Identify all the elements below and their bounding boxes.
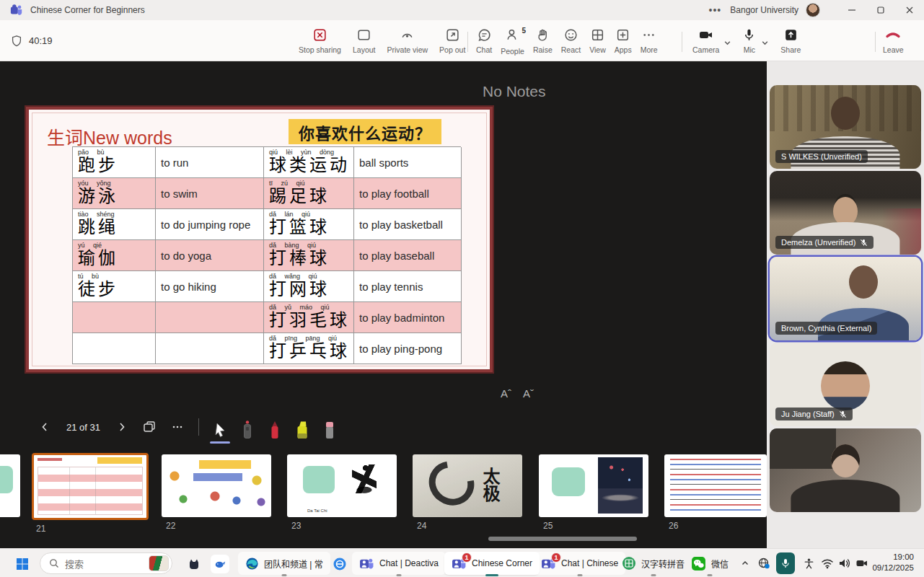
clock-time: 19:00	[872, 552, 914, 563]
participant-name-label: Ju Jiang (Staff)	[775, 408, 853, 420]
leave-call-icon	[884, 27, 902, 43]
account-name: Bangor University	[730, 5, 798, 15]
tray-network-globe-icon[interactable]	[756, 556, 772, 571]
video-tile-active-speaker[interactable]: Brown, Cynthia (External)	[770, 257, 921, 340]
raise-hand-icon	[535, 27, 550, 43]
leave-button[interactable]: Leave	[883, 25, 904, 54]
table-cell: to play basketball	[354, 209, 462, 240]
tray-wifi-icon[interactable]	[819, 556, 835, 571]
slide-grid-button[interactable]	[135, 414, 164, 440]
view-button[interactable]: View	[589, 25, 606, 56]
minimize-button[interactable]	[837, 0, 866, 20]
mini-ink-circle	[421, 454, 483, 514]
thumbnail-slide-22[interactable]: 22	[162, 454, 271, 531]
taskbar-search-box[interactable]: 搜索	[40, 552, 172, 574]
camera-button[interactable]: Camera	[692, 25, 719, 54]
previous-slide-button[interactable]	[32, 414, 58, 440]
webcam-video	[831, 97, 860, 130]
share-button[interactable]: Share	[780, 25, 801, 54]
table-cell: pǎo bù跑步	[73, 147, 156, 178]
thumbnail-slide-25[interactable]: 25	[539, 454, 648, 531]
mic-muted-icon	[839, 410, 847, 418]
slides-grid-icon	[142, 420, 157, 434]
vocabulary-table: pǎo bù跑步 to run qiú lèi yùn dòng球类运动 bal…	[72, 146, 461, 364]
taskbar-window-teams-chat2[interactable]: 1 Chat | Chinese	[534, 552, 625, 575]
font-decrease-button[interactable]: Aˇ	[523, 387, 534, 400]
video-tile-camera-off[interactable]: Ju Jiang (Staff)	[770, 343, 921, 426]
mini-night-photo	[598, 457, 643, 514]
pointer-tool[interactable]	[206, 414, 234, 440]
next-slide-button[interactable]	[109, 414, 135, 440]
filmstrip-scrollbar[interactable]	[488, 537, 637, 541]
presenter-more-button[interactable]	[164, 414, 191, 440]
eraser-tool[interactable]	[316, 414, 343, 440]
start-button[interactable]	[13, 555, 32, 573]
highlighter-tool[interactable]	[289, 414, 316, 440]
table-cell: to play tennis	[354, 271, 462, 302]
taskbar-window-pinyin-tool[interactable]: 汉字转拼音	[615, 552, 692, 575]
edge-browser-icon	[245, 557, 259, 571]
taskbar-window-wechat[interactable]: 微信	[684, 552, 736, 575]
apps-button[interactable]: Apps	[615, 25, 632, 56]
tray-volume-icon[interactable]	[837, 556, 853, 571]
ellipsis-icon	[171, 420, 184, 433]
mini-taiji-label: 太极	[482, 467, 498, 502]
account-avatar[interactable]	[806, 3, 820, 17]
thumbnail-slide-26[interactable]: 26	[664, 454, 767, 531]
meeting-timer: 40:19	[29, 35, 53, 46]
laser-pointer-tool[interactable]	[234, 414, 261, 440]
mini-text-lines	[670, 459, 761, 513]
red-pen-tool[interactable]	[261, 414, 289, 440]
table-cell: dǎ pīng pāng qiú打乒乓球	[264, 333, 354, 364]
pop-out-button[interactable]: Pop out	[439, 25, 465, 54]
thumbnail-number: 24	[417, 521, 522, 531]
titlebar-more-icon[interactable]: •••	[709, 4, 722, 16]
tray-camera-icon[interactable]	[854, 556, 870, 571]
mic-icon	[742, 27, 757, 43]
taskbar-window-teams-chat1[interactable]: Chat | Deactiva	[352, 552, 446, 575]
browser-e-app-icon[interactable]	[330, 555, 349, 573]
thumbnail-slide-20[interactable]	[0, 454, 20, 517]
video-tile[interactable]: Demelza (Unverified)	[770, 171, 921, 255]
thumbnail-slide-23[interactable]: Da Tai Chi 23	[287, 454, 397, 531]
teams-icon	[359, 556, 374, 571]
raise-hand-button[interactable]: Raise	[533, 25, 553, 56]
search-highlights-widget[interactable]	[149, 555, 169, 571]
maximize-button[interactable]	[866, 0, 895, 20]
stop-sharing-icon	[312, 27, 327, 43]
react-button[interactable]: React	[561, 25, 581, 56]
layout-button[interactable]: Layout	[353, 25, 376, 54]
thumbnail-slide-24[interactable]: 太极 24	[413, 454, 522, 531]
people-icon	[505, 27, 520, 43]
camera-icon	[698, 27, 714, 43]
cat-app-icon[interactable]	[185, 555, 203, 573]
notes-placeholder: No Notes	[483, 83, 546, 100]
private-view-button[interactable]: Private view	[387, 25, 428, 54]
taskbar-window-edge[interactable]: 团队和频道 | 常	[238, 552, 330, 575]
mic-button[interactable]: Mic	[742, 25, 757, 54]
font-increase-button[interactable]: Aˆ	[501, 387, 511, 400]
taskbar-window-teams-meeting[interactable]: 1 Chinese Corner	[444, 552, 540, 575]
tray-show-hidden-icons-chevron[interactable]	[737, 556, 753, 571]
table-cell: to play baseball	[354, 240, 462, 271]
mini-green-card	[552, 467, 585, 496]
nav-divider	[198, 418, 199, 436]
thumbnail-slide-21[interactable]: 21	[32, 453, 149, 534]
whale-app-icon[interactable]	[211, 555, 229, 573]
video-tile[interactable]: S WILKES (Unverified)	[770, 85, 921, 169]
tray-accessibility-icon[interactable]	[801, 556, 817, 571]
mic-options-chevron[interactable]	[761, 31, 769, 54]
video-tile[interactable]	[770, 428, 921, 512]
tray-active-mic-button[interactable]	[776, 552, 795, 574]
table-cell: qiú lèi yùn dòng球类运动	[264, 147, 354, 178]
stop-sharing-button[interactable]: Stop sharing	[299, 25, 341, 54]
people-button[interactable]: 5 People	[501, 25, 524, 56]
close-button[interactable]	[895, 0, 924, 20]
slide-title: 生词New words	[47, 123, 172, 149]
taskbar-clock[interactable]: 19:00 09/12/2025	[872, 552, 914, 573]
chat-button[interactable]: Chat	[476, 25, 492, 56]
table-cell: ball sports	[354, 147, 462, 178]
thumbnail-number: 26	[669, 521, 767, 531]
more-button[interactable]: More	[641, 25, 658, 56]
camera-options-chevron[interactable]	[723, 31, 731, 54]
